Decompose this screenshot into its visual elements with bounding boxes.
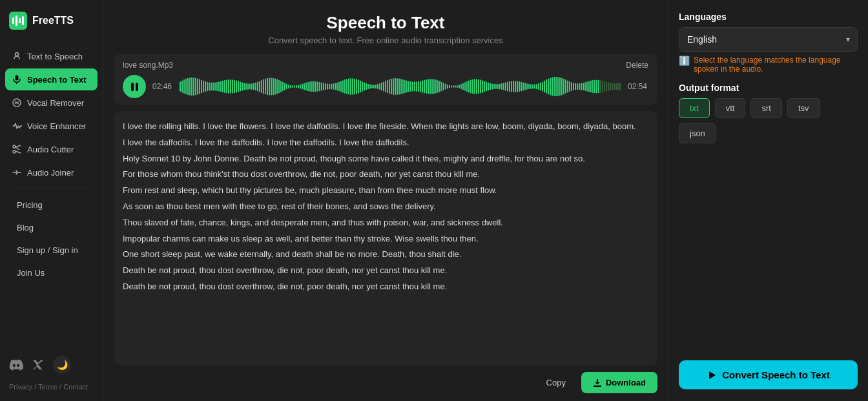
download-icon (593, 378, 602, 387)
twitter-x-icon[interactable] (31, 358, 45, 372)
sidebar-item-audio-cutter[interactable]: Audio Cutter (5, 138, 98, 160)
sidebar-bottom: 🌙 (0, 349, 103, 380)
spacer (679, 152, 858, 351)
sidebar-label-cutter: Audio Cutter (27, 145, 74, 154)
join-icon (12, 167, 22, 178)
contact-link[interactable]: Contact (63, 383, 88, 391)
sidebar-label-joiner: Audio Joiner (27, 168, 74, 178)
output-format-section: Output format txtvttsrttsvjson (679, 83, 858, 143)
social-icons: 🌙 (9, 356, 94, 374)
vocal-icon (12, 98, 22, 108)
format-btn-srt[interactable]: srt (750, 98, 781, 118)
privacy-link[interactable]: Privacy (9, 383, 32, 391)
format-btn-json[interactable]: json (679, 123, 716, 143)
discord-icon[interactable] (9, 358, 23, 372)
main-content: Speech to Text Convert speech to text. F… (103, 0, 668, 401)
file-name: love song.Mp3 (123, 61, 173, 70)
svg-rect-0 (9, 12, 27, 30)
sidebar-item-speech-to-text[interactable]: Speech to Text (5, 68, 98, 90)
time-total: 02:54 (628, 82, 648, 91)
svg-line-13 (16, 145, 21, 147)
theme-toggle[interactable]: 🌙 (53, 356, 71, 374)
language-select[interactable]: English Spanish French German Chinese Ja… (679, 27, 858, 52)
sidebar-item-voice-enhancer[interactable]: Voice Enhancer (5, 115, 98, 137)
languages-title: Languages (679, 12, 858, 22)
language-select-wrapper: English Spanish French German Chinese Ja… (679, 27, 858, 52)
sidebar-label-stt: Speech to Text (27, 75, 87, 85)
page-subtitle: Convert speech to text. Free online audi… (116, 36, 655, 45)
svg-rect-4 (22, 16, 24, 25)
waveform-canvas (180, 75, 621, 98)
languages-section: Languages English Spanish French German … (679, 12, 858, 74)
logo-icon (9, 12, 27, 30)
output-format-title: Output format (679, 83, 858, 93)
sidebar-label-vocal: Vocal Remover (27, 98, 84, 108)
sidebar-label-tts: Text to Speech (27, 52, 83, 61)
svg-point-5 (16, 53, 19, 56)
time-current: 02:46 (152, 82, 173, 91)
transcript: I love the rolling hills. I love the flo… (114, 111, 657, 365)
logo-text: FreeTTS (32, 15, 74, 26)
format-btn-tsv[interactable]: tsv (787, 98, 820, 118)
svg-rect-1 (12, 17, 14, 24)
format-btn-txt[interactable]: txt (679, 98, 710, 118)
play-icon (707, 370, 717, 380)
cut-icon (12, 144, 22, 154)
sidebar-link-joinus[interactable]: Join Us (5, 262, 98, 283)
language-warning: ℹ️ Select the language matches the langu… (679, 56, 858, 74)
svg-rect-3 (19, 18, 21, 23)
svg-rect-2 (16, 15, 17, 26)
waveform[interactable] (180, 75, 621, 98)
convert-button[interactable]: Convert Speech to Text (679, 360, 858, 389)
svg-point-11 (13, 145, 16, 148)
voice-icon (12, 121, 22, 131)
format-buttons: txtvttsrttsvjson (679, 98, 858, 143)
sidebar-link-pricing[interactable]: Pricing (5, 194, 98, 216)
footer-links: Privacy / Terms / Contact (0, 380, 103, 395)
page-title: Speech to Text (116, 13, 655, 33)
sidebar-item-audio-joiner[interactable]: Audio Joiner (5, 161, 98, 183)
svg-point-12 (13, 150, 16, 153)
format-btn-vtt[interactable]: vtt (715, 98, 746, 118)
sidebar-separator (10, 189, 92, 189)
sidebar-label-voice: Voice Enhancer (27, 121, 86, 131)
sidebar-link-signup[interactable]: Sign up / Sign in (5, 240, 98, 261)
content-area: love song.Mp3 Delete 02:46 02:54 I love (103, 54, 668, 401)
logo[interactable]: FreeTTS (0, 0, 103, 41)
tts-icon (12, 51, 22, 61)
copy-button[interactable]: Copy (537, 373, 575, 393)
svg-rect-6 (16, 76, 19, 81)
sidebar-nav: Text to Speech Speech to Text Vocal Remo… (0, 41, 103, 349)
right-panel: Languages English Spanish French German … (668, 0, 868, 401)
audio-controls: 02:46 02:54 (123, 75, 648, 98)
warning-icon: ℹ️ (679, 56, 690, 66)
svg-marker-16 (709, 371, 716, 379)
pause-icon (131, 83, 138, 91)
pause-button[interactable] (123, 75, 146, 98)
audio-player: love song.Mp3 Delete 02:46 02:54 (114, 54, 657, 105)
stt-icon (12, 74, 22, 85)
svg-line-15 (16, 147, 19, 150)
page-header: Speech to Text Convert speech to text. F… (103, 0, 668, 54)
svg-line-14 (16, 151, 21, 153)
sidebar-item-text-to-speech[interactable]: Text to Speech (5, 45, 98, 67)
sidebar-link-blog[interactable]: Blog (5, 217, 98, 238)
action-row: Copy Download (114, 372, 657, 401)
audio-top: love song.Mp3 Delete (123, 61, 648, 70)
download-button[interactable]: Download (581, 372, 657, 393)
sidebar-item-vocal-remover[interactable]: Vocal Remover (5, 92, 98, 114)
delete-button[interactable]: Delete (626, 61, 648, 70)
terms-link[interactable]: Terms (38, 383, 57, 391)
sidebar: FreeTTS Text to Speech Speech to Text (0, 0, 103, 401)
